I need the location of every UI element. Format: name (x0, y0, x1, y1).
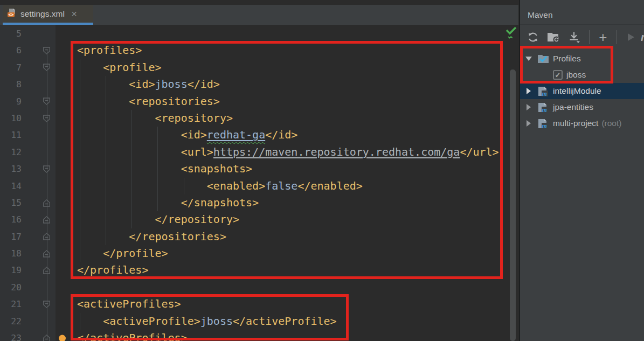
code-text: </snapshots> (77, 194, 518, 211)
code-line[interactable]: 12<url>https://maven.repository.redhat.c… (0, 144, 518, 161)
maven-panel-title: Maven (520, 5, 644, 25)
tab-settings-xml[interactable]: <> settings.xml ✕ (3, 5, 93, 25)
chevron-right-icon[interactable] (525, 104, 532, 110)
code-text: </repository> (77, 211, 518, 228)
line-number: 8 (0, 76, 22, 93)
maven-tree-item-jboss[interactable]: ✓jboss (520, 67, 644, 83)
code-segment: </repositories> (129, 230, 226, 243)
code-line[interactable]: 10<repository> (0, 110, 518, 127)
code-segment: <profiles> (77, 44, 142, 57)
code-line[interactable]: 5 (0, 25, 518, 42)
maven-module-icon: m (537, 86, 549, 96)
check-icon: ✓ (555, 72, 561, 79)
code-line[interactable]: 18</profile> (0, 245, 518, 262)
code-text: <id>jboss</id> (77, 76, 518, 93)
code-line[interactable]: 6<profiles> (0, 42, 518, 59)
code-segment: </id> (188, 78, 220, 91)
code-line[interactable]: 23</activeProfiles> (0, 330, 518, 341)
fold-start-icon[interactable] (43, 114, 51, 122)
code-segment: jboss (155, 78, 187, 91)
run-icon[interactable] (625, 31, 636, 44)
code-segment: https://maven.repository.redhat.com/ga (213, 145, 460, 158)
fold-start-icon[interactable] (43, 64, 51, 72)
code-segment: </snapshots> (181, 196, 259, 209)
fold-end-icon[interactable] (43, 334, 51, 341)
download-sources-icon[interactable] (568, 31, 581, 44)
code-segment: <repositories> (129, 95, 220, 108)
code-text: <repositories> (77, 93, 518, 110)
fold-start-icon[interactable] (43, 165, 51, 173)
maven-tree-item-profiles[interactable]: Profiles (520, 51, 644, 67)
fold-end-icon[interactable] (43, 215, 51, 224)
code-text: <id>redhat-ga</id> (77, 127, 518, 143)
add-maven-project-icon[interactable]: + (598, 31, 608, 44)
tree-item-suffix: (root) (601, 119, 621, 128)
code-line[interactable]: 15</snapshots> (0, 194, 518, 211)
modified-line-dot-icon (59, 335, 66, 341)
code-segment: false (265, 179, 297, 192)
tab-label: settings.xml (20, 9, 65, 19)
line-number: 19 (0, 262, 22, 279)
code-line[interactable]: 21<activeProfiles> (0, 296, 518, 312)
fold-end-icon[interactable] (43, 267, 51, 275)
fold-start-icon[interactable] (43, 98, 51, 106)
maven-tree-item-jpa-entities[interactable]: mjpa-entities (520, 99, 644, 115)
code-text: </activeProfiles> (77, 330, 518, 341)
code-segment: </id> (265, 128, 297, 141)
profile-checkbox[interactable]: ✓ (553, 70, 563, 80)
maven-module-icon: m (537, 118, 549, 129)
fold-end-icon[interactable] (43, 233, 51, 241)
line-number: 12 (0, 144, 22, 161)
code-segment: <url> (181, 145, 213, 158)
line-number: 17 (0, 228, 22, 245)
code-line[interactable]: 8<id>jboss</id> (0, 76, 518, 93)
chevron-down-icon[interactable] (525, 57, 532, 61)
code-segment: </url> (460, 145, 498, 158)
line-number: 20 (0, 279, 22, 296)
code-line[interactable]: 13<snapshots> (0, 161, 518, 177)
code-line[interactable]: 22<activeProfile>jboss</activeProfile> (0, 313, 518, 330)
code-segment: <snapshots> (181, 162, 252, 175)
fold-start-icon[interactable] (43, 47, 51, 55)
toolbar-separator (589, 30, 590, 44)
code-text: <url>https://maven.repository.redhat.com… (77, 144, 518, 161)
code-segment: </enabled> (297, 179, 362, 192)
fold-end-icon[interactable] (43, 249, 51, 258)
line-number: 23 (0, 330, 22, 341)
code-segment: <id> (181, 128, 207, 141)
maven-tree-item-intellijmodule[interactable]: mintellijModule (520, 83, 644, 99)
svg-text:m: m (542, 90, 547, 97)
code-text: </profiles> (77, 262, 518, 279)
code-segment: jboss (200, 315, 233, 328)
code-line[interactable]: 11<id>redhat-ga</id> (0, 127, 518, 143)
fold-end-icon[interactable] (43, 199, 51, 207)
code-text: </profile> (77, 245, 518, 262)
code-text: <enabled>false</enabled> (77, 178, 518, 194)
editor-tab-bar: <> settings.xml ✕ (0, 5, 518, 25)
code-line[interactable]: 20 (0, 279, 518, 296)
inspections-ok-icon[interactable] (504, 25, 518, 41)
code-segment: </activeProfile> (233, 315, 337, 328)
code-line[interactable]: 17</repositories> (0, 228, 518, 245)
chevron-right-icon[interactable] (525, 88, 532, 94)
code-segment: <repository> (155, 112, 233, 124)
code-text: <profile> (77, 59, 518, 76)
line-number: 5 (0, 25, 22, 42)
close-icon[interactable]: ✕ (71, 10, 78, 18)
code-line[interactable]: 14<enabled>false</enabled> (0, 178, 518, 194)
code-segment: <activeProfiles> (77, 297, 181, 310)
maven-tree-item-multi-project[interactable]: mmulti-project(root) (520, 115, 644, 131)
reimport-icon[interactable] (527, 31, 539, 44)
code-segment: <id> (129, 78, 155, 91)
code-line[interactable]: 19</profiles> (0, 262, 518, 279)
code-line[interactable]: 16</repository> (0, 211, 518, 228)
execute-goal-icon[interactable]: m (639, 31, 644, 44)
generate-sources-icon[interactable] (547, 31, 560, 44)
code-line[interactable]: 7<profile> (0, 59, 518, 76)
editor-scrollbar[interactable] (510, 69, 516, 341)
code-line[interactable]: 9<repositories> (0, 93, 518, 110)
chevron-right-icon[interactable] (525, 120, 532, 127)
fold-start-icon[interactable] (43, 300, 51, 308)
line-number: 18 (0, 245, 22, 262)
line-number: 21 (0, 296, 22, 312)
